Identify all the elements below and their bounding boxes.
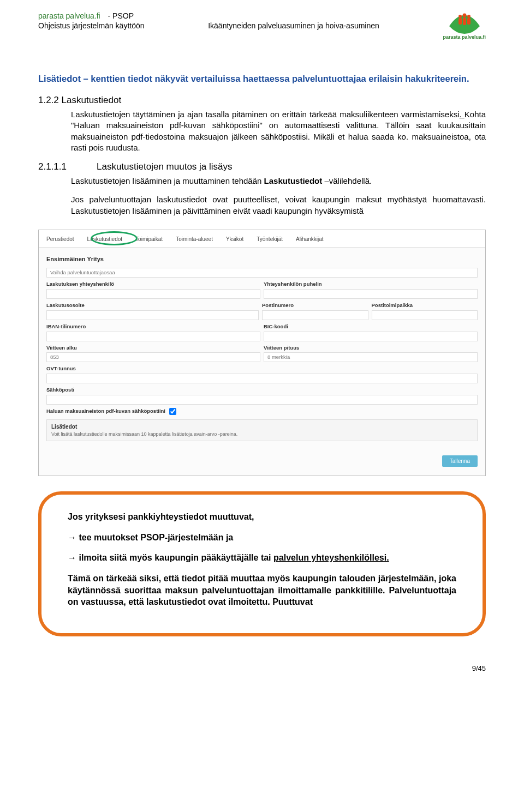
subsection-para-1: Laskutustietojen lisääminen ja muuttamin…	[71, 176, 486, 187]
brand-logo: parasta palvelua.fi	[443, 11, 486, 40]
people-logo-icon	[448, 11, 481, 35]
input-city[interactable]	[372, 310, 478, 320]
tabs-row: Perustiedot Laskutustiedot Toimipaikat T…	[39, 230, 485, 248]
svg-rect-4	[463, 17, 466, 25]
header-center: Ikääntyneiden palveluasuminen ja hoiva-a…	[208, 11, 379, 31]
label-ref-length: Viitteen pituus	[264, 345, 478, 352]
label-iban: IBAN-tilinumero	[46, 323, 260, 330]
section-para-pre: Laskutustietojen täyttäminen ja ajan tas…	[71, 110, 460, 119]
form-body: Ensimmäinen Yritys Vaihda palveluntuotta…	[39, 248, 485, 447]
input-ovt[interactable]	[46, 374, 478, 383]
input-email[interactable]	[46, 395, 478, 405]
input-ref-start[interactable]: 853	[46, 352, 260, 362]
p1-pre: Laskutustietojen lisääminen ja muuttamin…	[71, 176, 264, 185]
svg-rect-3	[458, 18, 462, 25]
header-subline: Ohjeistus järjestelmän käyttöön	[38, 21, 145, 31]
label-contact-phone: Yhteyshenkilön puhelin	[264, 281, 478, 288]
input-iban[interactable]	[46, 332, 260, 341]
input-bic[interactable]	[264, 332, 478, 341]
callout-line-4: Tämä on tärkeää siksi, että tiedot pitää…	[68, 573, 456, 608]
psop-label: - PSOP	[108, 11, 134, 21]
label-bic: BIC-koodi	[264, 323, 478, 330]
svg-point-0	[458, 15, 462, 18]
subsection-title: Laskutustietojen muutos ja lisäys	[97, 161, 233, 172]
subsection-para-2: Jos palveluntuottajan laskutustiedot ova…	[71, 194, 486, 216]
callout-line-2: → tee muutokset PSOP-järjestelmään ja	[68, 532, 456, 544]
label-pdf-checkbox: Haluan maksuaineiston pdf-kuvan sähköpos…	[46, 408, 478, 415]
arrow-icon: →	[68, 553, 79, 562]
label-ref-start: Viitteen alku	[46, 345, 260, 352]
accordion-sub: Voit lisätä laskutustiedolle maksimissaa…	[51, 431, 473, 437]
header-brand-line: parasta palvelua.fi - PSOP	[38, 11, 145, 21]
lisatiedot-accordion[interactable]: Lisätiedot Voit lisätä laskutustiedolle …	[46, 419, 478, 441]
pdf-checkbox-text: Haluan maksuaineiston pdf-kuvan sähköpos…	[46, 408, 165, 414]
save-button[interactable]: Tallenna	[442, 455, 478, 467]
important-callout: Jos yrityksesi pankkiyhteystiedot muuttu…	[38, 491, 486, 636]
subsection-heading: 2.1.1.1Laskutustietojen muutos ja lisäys	[38, 161, 486, 173]
tab-alihankkijat[interactable]: Alihankkijat	[296, 236, 324, 243]
switch-producer-input[interactable]: Vaihda palveluntuottajaosaa	[46, 268, 478, 278]
callout-line-1: Jos yrityksesi pankkiyhteystiedot muuttu…	[68, 511, 456, 523]
p1-post: –välilehdellä.	[322, 176, 372, 185]
label-email: Sähköposti	[46, 387, 478, 394]
input-postcode[interactable]	[262, 310, 368, 320]
section-para-underdot: .	[460, 110, 465, 119]
section-number: 1.2.2	[38, 95, 62, 105]
label-ovt: OVT-tunnus	[46, 365, 478, 372]
section-title: Laskutustiedot	[62, 95, 122, 105]
svg-point-2	[467, 15, 471, 18]
label-billing-address: Laskutusosoite	[46, 302, 259, 309]
tab-perustiedot[interactable]: Perustiedot	[46, 236, 74, 243]
select-ref-length[interactable]: 8 merkkiä	[264, 352, 478, 362]
svg-rect-5	[467, 18, 471, 25]
callout-l2-text: tee muutokset PSOP-järjestelmään ja	[79, 533, 233, 542]
tab-laskutustiedot[interactable]: Laskutustiedot	[87, 236, 123, 243]
section-paragraph: Laskutustietojen täyttäminen ja ajan tas…	[71, 109, 486, 153]
accordion-title: Lisätiedot	[51, 423, 473, 431]
input-billing-address[interactable]	[46, 310, 259, 320]
label-postcode: Postinumero	[262, 302, 368, 309]
callout-l3-pre: ilmoita siitä myös kaupungin pääkäyttäjä…	[79, 553, 273, 562]
brand-link[interactable]: parasta palvelua.fi	[38, 11, 100, 20]
label-contact-person: Laskutuksen yhteyshenkilö	[46, 281, 260, 288]
page-footer: 9/45	[38, 664, 486, 673]
tab-yksikot[interactable]: Yksiköt	[226, 236, 243, 243]
p1-bold: Laskutustiedot	[264, 176, 323, 185]
svg-point-1	[462, 14, 466, 17]
callout-l3-underline: palvelun yhteyshenkilöllesi.	[273, 553, 389, 562]
header-left: parasta palvelua.fi - PSOP Ohjeistus jär…	[38, 11, 145, 31]
company-name: Ensimmäinen Yritys	[46, 255, 478, 263]
tab-tyontekijat[interactable]: Työntekijät	[257, 236, 283, 243]
lead-sentence: Lisätiedot – kenttien tiedot näkyvät ver…	[38, 73, 486, 85]
tab-toiminta-alueet[interactable]: Toiminta-alueet	[176, 236, 213, 243]
pdf-checkbox[interactable]	[169, 408, 176, 415]
logo-caption: parasta palvelua.fi	[443, 35, 486, 40]
arrow-icon: →	[68, 533, 79, 542]
document-header: parasta palvelua.fi - PSOP Ohjeistus jär…	[38, 11, 486, 40]
section-heading: 1.2.2 Laskutustiedot	[38, 94, 486, 107]
input-contact-person[interactable]	[46, 289, 260, 299]
tab-toimipaikat[interactable]: Toimipaikat	[135, 236, 163, 243]
subsection-number: 2.1.1.1	[38, 161, 67, 172]
input-contact-phone[interactable]	[264, 289, 478, 299]
label-city: Postitoimipaikka	[372, 302, 478, 309]
laskutustiedot-form-screenshot: Perustiedot Laskutustiedot Toimipaikat T…	[38, 230, 486, 476]
callout-line-3: → ilmoita siitä myös kaupungin pääkäyttä…	[68, 552, 456, 564]
